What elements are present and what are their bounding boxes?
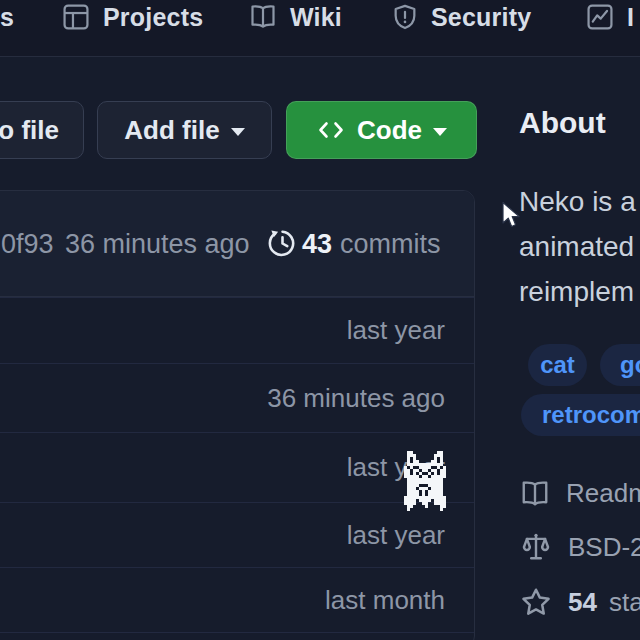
nav-item-label: Projects: [103, 3, 203, 32]
commit-bar: 0f93 36 minutes ago 43 commits: [0, 191, 474, 297]
go-to-file-label: o file: [0, 115, 59, 146]
topic-tag-retrocomputing[interactable]: retrocomp: [521, 394, 640, 436]
about-heading: About: [519, 106, 606, 140]
table-row[interactable]: [0, 632, 474, 640]
nav-item-label: s: [0, 3, 14, 32]
nav-item-label: Security: [431, 3, 531, 32]
nav-item-wiki[interactable]: Wiki: [249, 0, 342, 34]
commit-time: 36 minutes ago: [65, 227, 250, 261]
commits-label[interactable]: commits: [340, 227, 441, 261]
stars-count: 54: [568, 587, 597, 618]
star-icon: [520, 586, 552, 618]
nav-item-partial[interactable]: s: [0, 0, 14, 34]
license-label: BSD-2: [568, 532, 640, 563]
stars-link[interactable]: 54 sta: [520, 586, 640, 618]
topic-tag-cat[interactable]: cat: [528, 344, 587, 386]
nav-item-label: Wiki: [290, 3, 342, 32]
topic-label: cat: [540, 351, 575, 379]
chevron-down-icon: [433, 128, 447, 136]
file-row-date: last year: [347, 315, 445, 345]
about-description-line: animated: [519, 230, 634, 264]
table-row[interactable]: last year: [0, 432, 474, 502]
history-icon: [267, 228, 298, 263]
table-icon: [62, 3, 90, 31]
topic-label: go: [620, 351, 640, 379]
table-row[interactable]: 36 minutes ago: [0, 363, 474, 432]
nav-item-label: I: [627, 3, 634, 32]
top-navigation: s Projects Wiki Security: [0, 0, 640, 57]
book-icon: [520, 479, 550, 509]
shield-icon: [391, 3, 419, 31]
table-row[interactable]: last year: [0, 297, 474, 363]
law-icon: [520, 531, 552, 563]
code-label: Code: [357, 115, 422, 146]
about-description-line: Neko is a: [519, 185, 636, 219]
readme-label: Readm: [566, 478, 640, 509]
file-row-date: last month: [325, 585, 445, 615]
nav-item-insights[interactable]: I: [586, 0, 634, 34]
readme-link[interactable]: Readm: [520, 478, 640, 509]
topic-label: retrocomp: [542, 401, 640, 429]
neko-cat-sprite: [404, 451, 446, 511]
license-link[interactable]: BSD-2: [520, 531, 640, 563]
nav-item-security[interactable]: Security: [391, 0, 531, 34]
topic-tag-go[interactable]: go: [600, 344, 640, 386]
go-to-file-button[interactable]: o file: [0, 101, 84, 159]
graph-icon: [586, 3, 614, 31]
add-file-label: Add file: [124, 115, 219, 146]
commits-count[interactable]: 43: [302, 227, 332, 261]
add-file-button[interactable]: Add file: [97, 101, 272, 159]
chevron-down-icon: [231, 128, 245, 136]
book-icon: [249, 3, 277, 31]
table-row[interactable]: last month: [0, 567, 474, 632]
file-table: 0f93 36 minutes ago 43 commits last year…: [0, 190, 475, 640]
file-row-date: last year: [347, 520, 445, 550]
commit-hash[interactable]: 0f93: [1, 227, 54, 261]
mouse-cursor-icon: [500, 201, 524, 233]
about-description-line: reimplem: [519, 275, 634, 309]
stars-label: sta: [609, 587, 640, 618]
code-icon: [316, 118, 346, 142]
table-row[interactable]: last year: [0, 502, 474, 567]
code-button[interactable]: Code: [286, 101, 477, 159]
file-row-date: 36 minutes ago: [267, 383, 445, 413]
nav-item-projects[interactable]: Projects: [62, 0, 203, 34]
